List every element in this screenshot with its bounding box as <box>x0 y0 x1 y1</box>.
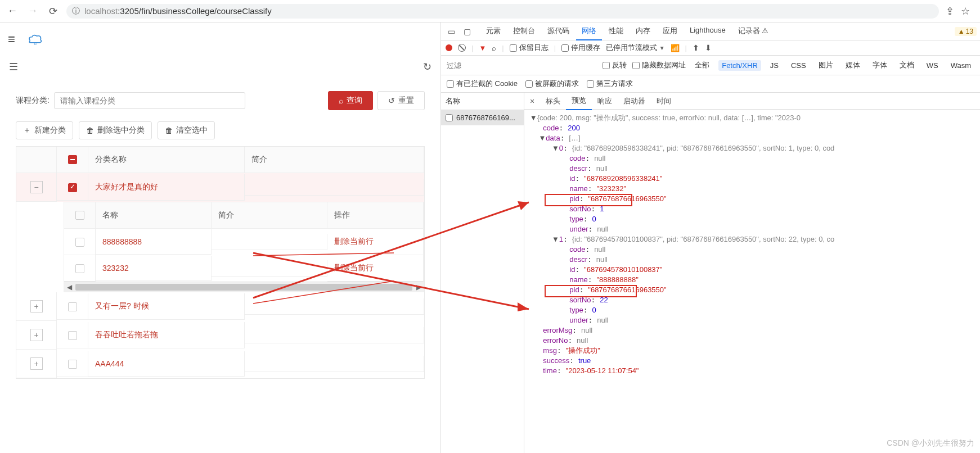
clear-icon[interactable] <box>458 44 466 52</box>
tab-network[interactable]: 网络 <box>576 22 602 40</box>
network-filter-input[interactable] <box>447 61 541 70</box>
bookmark-icon[interactable]: ☆ <box>961 5 970 17</box>
row-checkbox[interactable] <box>68 331 77 340</box>
network-icon[interactable]: 📶 <box>671 44 680 52</box>
row-checkbox[interactable] <box>68 360 77 369</box>
disable-cache-checkbox[interactable]: 停用缓存 <box>561 43 600 53</box>
close-icon[interactable]: × <box>524 97 540 106</box>
forward-button[interactable]: → <box>26 4 39 18</box>
row-name[interactable]: 吞吞吐吐若拖若拖 <box>88 322 245 348</box>
filter-js[interactable]: JS <box>767 60 782 71</box>
query-button[interactable]: ⌕查询 <box>328 91 373 110</box>
tab-performance[interactable]: 性能 <box>603 22 629 40</box>
inner-col-desc: 简介 <box>212 202 327 229</box>
filter-all[interactable]: 全部 <box>691 59 713 71</box>
tab-lighthouse[interactable]: Lighthouse <box>684 22 731 40</box>
row-checkbox[interactable] <box>75 238 84 247</box>
collapse-menu-icon[interactable]: ☰ <box>9 61 18 73</box>
inner-select-all[interactable] <box>75 211 84 220</box>
clear-selected-button[interactable]: 🗑清空选中 <box>158 121 215 139</box>
delete-selected-button[interactable]: 🗑删除选中分类 <box>79 121 152 139</box>
filter-doc[interactable]: 文档 <box>896 59 918 71</box>
pv-tab-response[interactable]: 响应 <box>592 93 618 110</box>
tab-console[interactable]: 控制台 <box>507 22 541 40</box>
inspect-icon[interactable]: ▭ <box>444 25 458 38</box>
inner-row[interactable]: 323232 删除当前行 <box>64 255 424 282</box>
row-name[interactable]: 又有一层? 时候 <box>88 293 245 320</box>
app-pane: ≡ 6T ☰ ↻ 课程分类: ⌕查询 ↺重置 ＋新建分类 🗑删除选中分类 🗑清空… <box>0 22 441 453</box>
inner-name[interactable]: 888888888 <box>96 229 212 255</box>
horizontal-scrollbar[interactable]: ◀▶ <box>64 282 424 292</box>
table-row[interactable]: + 又有一层? 时候 <box>16 292 424 321</box>
select-all-checkbox[interactable] <box>68 155 77 164</box>
filter-media[interactable]: 媒体 <box>842 59 864 71</box>
reset-icon: ↺ <box>388 96 395 105</box>
row-name[interactable]: AAA444 <box>88 351 245 377</box>
search-icon[interactable]: ⌕ <box>492 44 496 52</box>
pv-tab-headers[interactable]: 标头 <box>540 93 566 110</box>
throttle-select[interactable]: 已停用节流模式 ▼ <box>606 43 665 53</box>
tab-sources[interactable]: 源代码 <box>542 22 575 40</box>
trash-icon: 🗑 <box>86 126 94 135</box>
hide-dataurl-checkbox[interactable]: 隐藏数据网址 <box>632 60 686 70</box>
filter-input[interactable] <box>54 92 245 109</box>
menu-icon[interactable]: ≡ <box>8 32 15 47</box>
row-name[interactable]: 大家好才是真的好 <box>88 174 245 201</box>
expand-icon[interactable]: + <box>30 357 43 370</box>
search-icon: ⌕ <box>339 96 343 105</box>
row-checkbox[interactable] <box>68 302 77 311</box>
json-preview[interactable]: ▼{code: 200, msg: "操作成功", success: true,… <box>524 110 980 379</box>
delete-row-link[interactable]: 删除当前行 <box>327 229 424 255</box>
filter-css[interactable]: CSS <box>788 60 810 71</box>
download-icon[interactable]: ⬇ <box>705 43 712 52</box>
expand-icon[interactable]: + <box>30 329 43 341</box>
filter-fetch[interactable]: Fetch/XHR <box>718 60 761 71</box>
new-button[interactable]: ＋新建分类 <box>16 121 73 139</box>
expand-icon[interactable]: + <box>30 300 43 312</box>
url-host: localhost <box>84 6 118 16</box>
req-checkbox[interactable] <box>446 114 453 121</box>
tab-elements[interactable]: 元素 <box>480 22 506 40</box>
filter-icon[interactable]: ▼ <box>479 44 486 52</box>
tab-memory[interactable]: 内存 <box>630 22 656 40</box>
app-logo: 6T <box>25 31 44 48</box>
refresh-icon[interactable]: ↻ <box>423 61 431 73</box>
inner-row[interactable]: 888888888 删除当前行 <box>64 229 424 255</box>
warning-badge[interactable]: ▲ 13 <box>955 27 977 36</box>
devtools-pane: ▭ ▢ 元素 控制台 源代码 网络 性能 内存 应用 Lighthouse 记录… <box>441 22 980 453</box>
preserve-log-checkbox[interactable]: 保留日志 <box>510 43 549 53</box>
third-party-checkbox[interactable]: 第三方请求 <box>587 79 633 89</box>
inner-name[interactable]: 323232 <box>96 256 212 281</box>
blocked-req-checkbox[interactable]: 被屏蔽的请求 <box>525 79 579 89</box>
reset-button[interactable]: ↺重置 <box>377 91 425 110</box>
tab-application[interactable]: 应用 <box>657 22 683 40</box>
table-row[interactable]: − 大家好才是真的好 <box>16 173 424 202</box>
invert-checkbox[interactable]: 反转 <box>603 60 627 70</box>
filter-label: 课程分类: <box>16 96 50 106</box>
table-row[interactable]: + 吞吞吐吐若拖若拖 <box>16 321 424 350</box>
request-item[interactable]: 6876768766169... <box>441 110 524 125</box>
address-bar[interactable]: ⓘ localhost:3205/fin/businessCollege/cou… <box>66 4 939 19</box>
pv-tab-preview[interactable]: 预览 <box>566 93 592 110</box>
tab-recorder[interactable]: 记录器 ⚠ <box>732 22 775 40</box>
pv-tab-timing[interactable]: 时间 <box>651 93 677 110</box>
share-icon[interactable]: ⇪ <box>946 5 954 17</box>
record-icon[interactable] <box>446 44 452 51</box>
table-row[interactable]: + AAA444 <box>16 350 424 378</box>
filter-font[interactable]: 字体 <box>869 59 891 71</box>
filter-wasm[interactable]: Wasm <box>947 60 974 71</box>
row-checkbox[interactable] <box>68 183 77 192</box>
delete-row-link[interactable]: 删除当前行 <box>327 255 424 282</box>
filter-ws[interactable]: WS <box>923 60 942 71</box>
collapse-icon[interactable]: − <box>30 181 43 193</box>
back-button[interactable]: ← <box>6 4 19 18</box>
reload-button[interactable]: ⟳ <box>46 4 60 18</box>
row-checkbox[interactable] <box>75 264 84 273</box>
device-icon[interactable]: ▢ <box>460 25 474 38</box>
plus-icon: ＋ <box>23 125 31 135</box>
blocked-cookie-checkbox[interactable]: 有已拦截的 Cookie <box>447 79 518 89</box>
filter-img[interactable]: 图片 <box>815 59 837 71</box>
site-info-icon[interactable]: ⓘ <box>71 6 81 16</box>
upload-icon[interactable]: ⬆ <box>693 43 699 52</box>
pv-tab-initiator[interactable]: 启动器 <box>618 93 651 110</box>
